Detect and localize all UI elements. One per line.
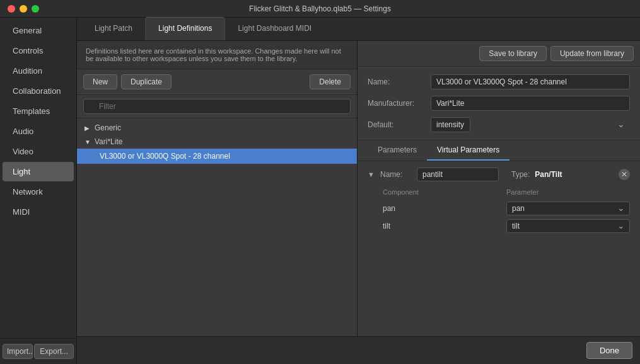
tree-group-varilite-label: Vari*Lite <box>95 137 122 146</box>
comp-select-wrap-tilt: pan tilt color gobo <box>506 219 630 233</box>
manufacturer-row: Manufacturer: <box>368 96 630 111</box>
sidebar-item-audio[interactable]: Audio <box>3 122 74 141</box>
manufacturer-label: Manufacturer: <box>368 99 431 108</box>
name-input[interactable] <box>431 74 630 89</box>
new-button[interactable]: New <box>83 74 117 89</box>
fields-area: Name: Manufacturer: Default: intensity p… <box>358 67 640 140</box>
tree-area: ▶ Generic ▼ Vari*Lite VL3000 or VL3000Q … <box>77 118 357 364</box>
comp-select-pan[interactable]: pan tilt color gobo <box>506 202 630 215</box>
sidebar-item-light[interactable]: Light <box>3 162 74 181</box>
component-name-tilt: tilt <box>383 222 506 230</box>
delete-button[interactable]: Delete <box>310 74 351 89</box>
sub-tabs: Parameters Virtual Parameters <box>358 140 640 161</box>
sidebar-item-midi[interactable]: MIDI <box>3 202 74 222</box>
done-button[interactable]: Done <box>586 342 632 359</box>
duplicate-button[interactable]: Duplicate <box>121 74 172 89</box>
sidebar: General Controls Audition Collaboration … <box>0 18 77 364</box>
import-wrapper: Import... ▾ <box>3 344 33 359</box>
comp-select-wrap-pan: pan tilt color gobo <box>506 202 630 215</box>
sub-tab-parameters[interactable]: Parameters <box>368 140 427 161</box>
filter-wrapper: ⌕ <box>83 99 351 114</box>
default-select[interactable]: intensity pan tilt color gobo <box>431 117 470 132</box>
col-parameter-header: Parameter <box>506 188 630 196</box>
window-controls <box>8 5 39 13</box>
right-panel: Save to library Update from library Name… <box>358 41 640 364</box>
name-label: Name: <box>368 77 431 86</box>
save-to-library-button[interactable]: Save to library <box>479 46 547 61</box>
sidebar-nav: General Controls Audition Collaboration … <box>0 18 76 338</box>
tab-light-definitions[interactable]: Light Definitions <box>145 17 225 40</box>
sub-tab-virtual-parameters[interactable]: Virtual Parameters <box>427 140 509 161</box>
col-component-header: Component <box>383 188 506 196</box>
vparam-close-button[interactable]: ✕ <box>619 169 630 180</box>
export-button[interactable]: Export... <box>34 344 74 359</box>
sidebar-item-audition[interactable]: Audition <box>3 61 74 81</box>
tree-arrow-varilite: ▼ <box>84 139 91 145</box>
tree-group-generic-header[interactable]: ▶ Generic <box>77 121 357 135</box>
vparam-name-label: Name: <box>380 170 412 179</box>
maximize-button[interactable] <box>32 5 39 13</box>
definition-toolbar: New Duplicate Delete <box>77 69 357 95</box>
left-panel: Definitions listed here are contained in… <box>77 41 358 364</box>
done-bar: Done <box>77 336 640 364</box>
default-select-wrapper: intensity pan tilt color gobo <box>431 117 630 132</box>
info-banner: Definitions listed here are contained in… <box>77 41 357 69</box>
vparam-collapse-icon[interactable]: ▼ <box>368 171 375 178</box>
window-title: Flicker Glitch & Ballyhoo.qlab5 — Settin… <box>249 4 391 13</box>
sidebar-item-network[interactable]: Network <box>3 182 74 202</box>
main-content: Light Patch Light Definitions Light Dash… <box>77 18 640 364</box>
component-table-header: Component Parameter <box>368 186 630 200</box>
component-row-pan: pan pan tilt color gobo <box>368 200 630 217</box>
minimize-button[interactable] <box>20 5 27 13</box>
tabs-bar: Light Patch Light Definitions Light Dash… <box>77 18 640 41</box>
import-button[interactable]: Import... <box>3 344 33 358</box>
sidebar-item-controls[interactable]: Controls <box>3 41 74 60</box>
sidebar-item-templates[interactable]: Templates <box>3 101 74 121</box>
app-layout: General Controls Audition Collaboration … <box>0 18 640 364</box>
comp-select-tilt[interactable]: pan tilt color gobo <box>506 219 630 233</box>
tree-group-varilite: ▼ Vari*Lite VL3000 or VL3000Q Spot - 28 … <box>77 135 357 164</box>
manufacturer-input[interactable] <box>431 96 630 111</box>
tree-group-varilite-header[interactable]: ▼ Vari*Lite <box>77 135 357 149</box>
vparam-name-input[interactable] <box>417 168 499 181</box>
component-table: Component Parameter pan pan tilt color <box>368 186 630 235</box>
vparam-type-label: Type: <box>511 170 530 179</box>
close-button[interactable] <box>8 5 15 13</box>
tree-arrow-generic: ▶ <box>84 125 91 132</box>
default-label: Default: <box>368 120 431 129</box>
name-row: Name: <box>368 74 630 89</box>
sidebar-item-general[interactable]: General <box>3 21 74 40</box>
vparams-area: ▼ Name: Type: Pan/Tilt ✕ Component Param… <box>358 161 640 338</box>
sidebar-item-video[interactable]: Video <box>3 142 74 161</box>
titlebar: Flicker Glitch & Ballyhoo.qlab5 — Settin… <box>0 0 640 18</box>
component-row-tilt: tilt pan tilt color gobo <box>368 217 630 235</box>
tab-light-dashboard-midi[interactable]: Light Dashboard MIDI <box>225 18 324 40</box>
tree-group-generic-label: Generic <box>95 123 121 132</box>
tree-group-generic: ▶ Generic <box>77 121 357 135</box>
vparam-type-value: Pan/Tilt <box>535 170 562 179</box>
tab-light-patch[interactable]: Light Patch <box>82 18 145 40</box>
content-area: Definitions listed here are contained in… <box>77 41 640 364</box>
component-name-pan: pan <box>383 204 506 213</box>
update-from-library-button[interactable]: Update from library <box>550 46 634 61</box>
filter-bar: ⌕ <box>77 95 357 118</box>
default-row: Default: intensity pan tilt color gobo <box>368 117 630 132</box>
tree-item-vl3000[interactable]: VL3000 or VL3000Q Spot - 28 channel <box>77 149 357 164</box>
filter-input[interactable] <box>83 99 351 114</box>
vparam-row: ▼ Name: Type: Pan/Tilt ✕ <box>368 168 630 181</box>
right-toolbar: Save to library Update from library <box>358 41 640 67</box>
sidebar-footer: Import... ▾ Export... <box>0 338 76 364</box>
sidebar-item-collaboration[interactable]: Collaboration <box>3 81 74 101</box>
